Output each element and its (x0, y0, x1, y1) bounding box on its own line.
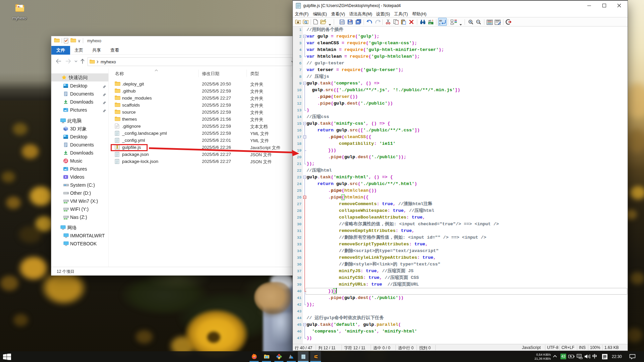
svg-text:c: c (439, 22, 440, 25)
svg-text:ab: ab (439, 19, 442, 22)
svg-text:ac: ac (429, 22, 432, 24)
